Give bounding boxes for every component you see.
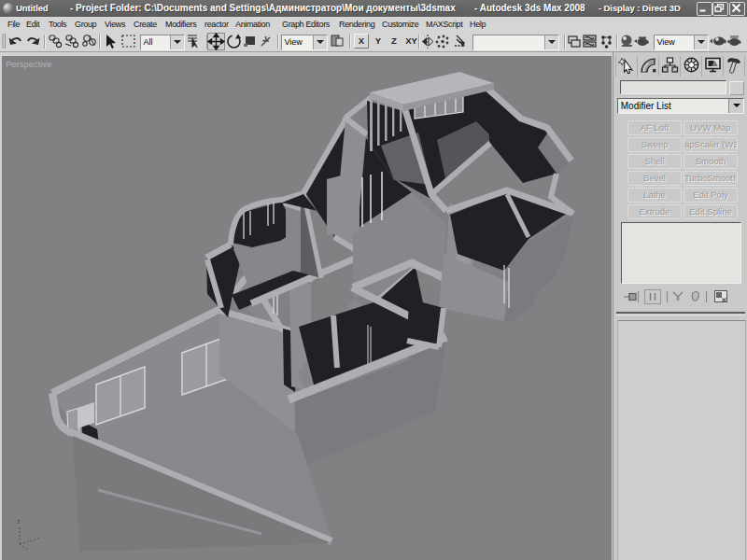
svg-text:Perspective: Perspective (6, 59, 52, 69)
svg-text:z: z (17, 518, 21, 525)
